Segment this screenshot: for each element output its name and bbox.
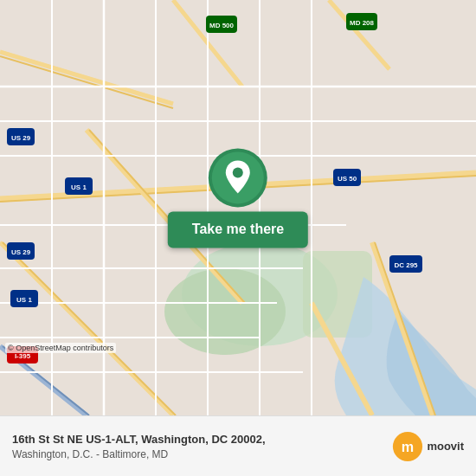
svg-text:US 1: US 1 bbox=[16, 296, 32, 304]
address-block: 16th St St NE US-1-ALT, Washington, DC 2… bbox=[12, 432, 392, 460]
osm-attribution: © OpenStreetMap contributors bbox=[5, 343, 116, 353]
svg-point-55 bbox=[233, 167, 243, 177]
bottom-bar: 16th St St NE US-1-ALT, Washington, DC 2… bbox=[0, 415, 476, 476]
take-me-there-button[interactable]: Take me there bbox=[168, 211, 308, 248]
svg-text:US 1: US 1 bbox=[71, 183, 87, 191]
address-line: 16th St St NE US-1-ALT, Washington, DC 2… bbox=[12, 432, 392, 447]
svg-text:MD 500: MD 500 bbox=[209, 22, 235, 29]
svg-text:US 29: US 29 bbox=[11, 248, 31, 256]
svg-text:I-395: I-395 bbox=[15, 352, 31, 360]
moovit-icon: m bbox=[392, 431, 423, 462]
moovit-brand-name: moovit bbox=[427, 440, 464, 453]
svg-text:MD 208: MD 208 bbox=[350, 19, 375, 27]
svg-text:US 50: US 50 bbox=[338, 175, 357, 183]
action-container: Take me there bbox=[168, 147, 308, 248]
moovit-logo: m moovit bbox=[392, 431, 464, 462]
svg-text:DC 295: DC 295 bbox=[394, 261, 418, 269]
location-pin-icon bbox=[208, 147, 268, 208]
city-line: Washington, D.C. - Baltimore, MD bbox=[12, 448, 392, 460]
svg-text:US 29: US 29 bbox=[11, 134, 31, 142]
map-container: US 29 US 29 US 1 MD 500 MD 208 US 50 US … bbox=[0, 0, 476, 415]
svg-text:m: m bbox=[402, 439, 414, 454]
